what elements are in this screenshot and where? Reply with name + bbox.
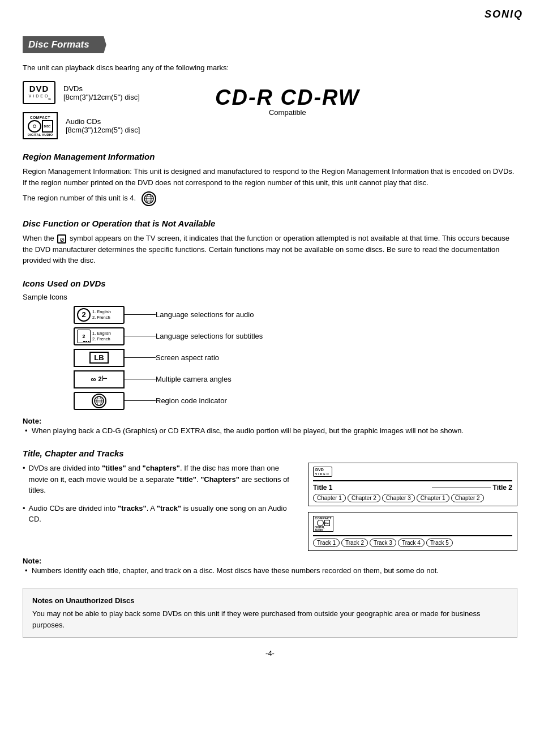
intro-text: The unit can playback discs bearing any …: [23, 63, 517, 72]
cd-format-item: COMPACT DISC DIGITAL AUDIO Audio CDs [8c…: [23, 112, 170, 139]
icon-row-region: Region code indicator: [74, 392, 517, 410]
unauthorized-box: Notes on Unauthorized Discs You may not …: [23, 588, 517, 638]
compact-disc-logo: COMPACT DISC DIGITAL AUDIO: [23, 112, 58, 139]
cd-description2: [8cm(3")12cm(5") disc]: [66, 126, 140, 134]
region-management-body1: Region Management Information: This unit…: [23, 166, 517, 188]
disc-function-title: Disc Function or Operation that is Not A…: [23, 219, 517, 228]
track-pill-2: Track 2: [341, 539, 368, 547]
icons-used-title: Icons Used on DVDs: [23, 279, 517, 288]
unauthorized-body: You may not be able to play back some DV…: [32, 608, 508, 630]
title1-label: Title 1: [313, 484, 430, 492]
region-badge: [142, 191, 156, 206]
chapter-pill-5: Chapter 2: [451, 494, 484, 502]
track-note-label: Note:: [23, 557, 517, 565]
icon-desc-aspect: Screen aspect ratio: [156, 353, 219, 362]
dvd-description2: [8cm(3")/12cm(5") disc]: [63, 93, 140, 101]
unauthorized-title: Notes on Unauthorized Discs: [32, 595, 508, 606]
icons-used-section: Icons Used on DVDs Sample Icons 2 1. Eng…: [23, 279, 517, 437]
page-title-bar: Disc Formats: [23, 36, 106, 53]
icon-desc-camera: Multiple camera angles: [156, 375, 232, 383]
dvd-bullet: • DVDs are divided into "titles" and "ch…: [23, 463, 297, 496]
sample-icons-label: Sample Icons: [23, 293, 517, 301]
icon-row-camera: ∞ 2⊢ Multiple camera angles: [74, 370, 517, 388]
cd-description1: Audio CDs: [66, 117, 140, 126]
cd-bullet: • Audio CDs are divided into "tracks". A…: [23, 503, 297, 525]
track-pill-3: Track 3: [370, 539, 396, 547]
chapter-pill-1: Chapter 1: [313, 494, 346, 502]
title2-label: Title 2: [493, 484, 512, 492]
region-management-section: Region Management Information Region Man…: [23, 152, 517, 206]
cd-diagram: COMPACT disc DIGITAL AUDIO Track 1 Track…: [308, 512, 517, 551]
chapter-pill-2: Chapter 2: [348, 494, 380, 502]
cdr-section: CD-R CD-RW Compatible: [215, 87, 360, 117]
dvd-description1: DVDs: [63, 84, 140, 93]
dvd-format-item: DVD VIDEO ™ DVDs [8cm(3")/12cm(5") disc]: [23, 81, 170, 104]
region-management-title: Region Management Information: [23, 152, 517, 161]
chapters-row: Chapter 1 Chapter 2 Chapter 3 Chapter 1 …: [313, 494, 512, 502]
track-pill-4: Track 4: [398, 539, 425, 547]
track-pill-5: Track 5: [426, 539, 453, 547]
dvd-diagram: DVD VIDEO Title 1 Title 2 Chapter 1 Chap…: [308, 463, 517, 506]
page-number: -4-: [23, 649, 517, 657]
icon-row-audio: 2 1. English 2. French Language selectio…: [74, 306, 517, 324]
title-chapter-title: Title, Chapter and Tracks: [23, 449, 517, 458]
disc-function-section: Disc Function or Operation that is Not A…: [23, 219, 517, 266]
tracks-row: Track 1 Track 2 Track 3 Track 4 Track 5: [313, 539, 512, 547]
track-pill-1: Track 1: [313, 539, 340, 547]
icons-note-bullet: • When playing back a CD-G (Graphics) or…: [23, 425, 517, 437]
title-chapter-section: Title, Chapter and Tracks • DVDs are div…: [23, 449, 517, 576]
disc-function-body: When the ⊘ symbol appears on the TV scre…: [23, 233, 517, 266]
page-title: Disc Formats: [28, 39, 89, 50]
track-note-bullet: • Numbers identify each title, chapter, …: [23, 565, 517, 576]
icon-desc-audio: Language selections for audio: [156, 310, 254, 319]
icon-desc-region: Region code indicator: [156, 396, 227, 405]
icons-note-label: Note:: [23, 417, 517, 425]
dvd-logo: DVD VIDEO ™: [23, 81, 55, 104]
chapter-pill-3: Chapter 3: [382, 494, 415, 502]
icon-desc-subtitles: Language selections for subtitles: [156, 332, 263, 340]
icon-row-subtitles: 2 1. English 2. French Language selectio…: [74, 327, 517, 345]
chapter-pill-4: Chapter 1: [417, 494, 449, 502]
cdr-text: CD-R CD-RW: [215, 87, 360, 108]
compatible-text: Compatible: [269, 108, 306, 117]
icon-row-aspect: LB Screen aspect ratio: [74, 349, 517, 367]
soniq-logo: SONIQ: [485, 8, 523, 20]
region-management-body2: The region number of this unit is 4.: [23, 191, 517, 206]
